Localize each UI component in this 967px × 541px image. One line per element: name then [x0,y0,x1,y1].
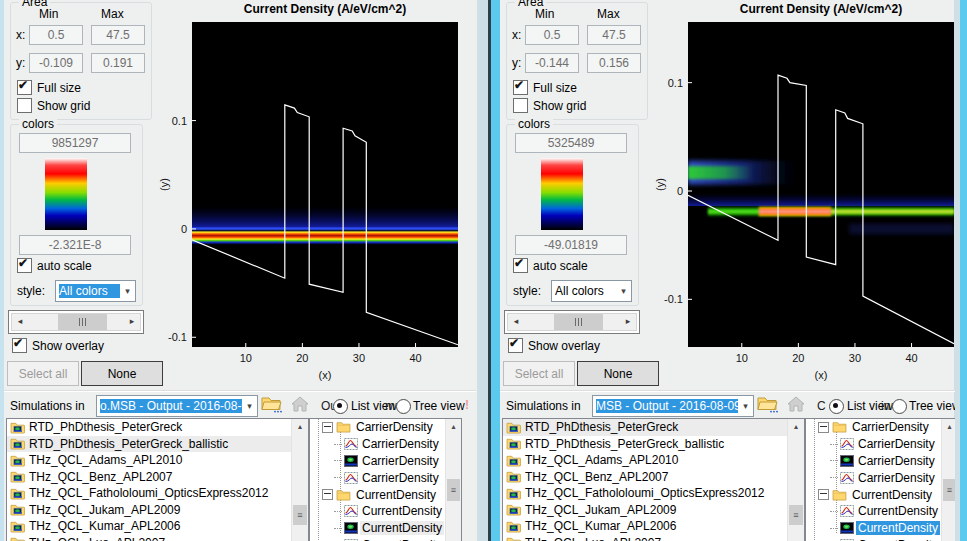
tree-view-label[interactable]: Tree view [909,399,955,413]
collapse-minus-box[interactable] [322,489,333,500]
list-item-label: THz_QCL_Kumar_APL2006 [29,519,180,533]
none-button[interactable]: None [81,361,163,386]
show-grid-checkbox[interactable]: Show grid [17,98,90,113]
list-item[interactable]: THz_QCL_Benz_APL2007 [503,469,787,486]
tree-folder[interactable]: CurrentDensity [310,486,445,503]
select-all-button[interactable]: Select all [7,361,79,386]
color-max-field[interactable]: 5325489 [515,133,627,153]
x-max-field[interactable]: 47.5 [587,25,641,45]
y-min-field[interactable]: -0.144 [525,53,579,73]
tree-view-radio[interactable] [892,399,907,414]
auto-scale-checkbox[interactable]: auto scale [513,258,588,273]
scroll-up-arrow[interactable]: ▴ [292,419,308,434]
tree-item[interactable]: CurrentDensity [806,520,941,537]
folder-icon [506,487,521,500]
x-max-field[interactable]: 47.5 [91,25,145,45]
list-item[interactable]: THz_QCL_Benz_APL2007 [7,469,291,486]
plot-canvas[interactable]: 0.10-0.110203040(y)(x) [654,18,955,393]
list-item[interactable]: THz_QCL_Luo_APL2007 [503,535,787,541]
simulations-combo[interactable]: MSB - Output - 2016-08-09 ▾ [592,395,754,417]
list-item[interactable]: RTD_PhDthesis_PeterGreck_ballistic [503,436,787,453]
collapse-minus-box[interactable] [322,422,333,433]
scroll-up-arrow[interactable]: ▴ [942,419,955,434]
none-button[interactable]: None [577,361,659,386]
y-max-field[interactable]: 0.156 [587,53,641,73]
list-item[interactable]: THz_QCL_Luo_APL2007 [7,535,291,541]
y-max-field[interactable]: 0.191 [91,53,145,73]
list-item[interactable]: RTD_PhDthesis_PeterGreck_ballistic [7,436,291,453]
tree-item[interactable]: CurrentDensity [806,503,941,520]
tree-folder[interactable]: CurrentDensity [806,486,941,503]
tree-item[interactable]: CarrierDensity [806,469,941,486]
auto-scale-checkbox[interactable]: auto scale [17,258,92,273]
list-item[interactable]: THz_QCL_Jukam_APL2009 [7,502,291,519]
full-size-checkbox[interactable]: Full size [513,80,577,95]
style-combo[interactable]: All colors ▾ [55,280,136,302]
x-min-field[interactable]: 0.5 [525,25,579,45]
tree-item[interactable]: CurrentDensity [310,503,445,520]
scrollbar-thumb[interactable] [554,314,603,330]
tree-item[interactable]: CarrierDensity [310,453,445,470]
scroll-left-arrow[interactable]: ◂ [12,314,28,330]
simulations-combo[interactable]: o.MSB - Output - 2016-08-09 ▾ [96,395,258,417]
scrollbar-thumb[interactable]: ≡ [789,505,803,525]
tree-folder[interactable]: CarrierDensity [310,419,445,436]
tree-branch-stub [334,528,342,529]
scrollbar-thumb[interactable]: ≡ [447,479,460,501]
tree-item[interactable]: CurrentDensity [806,537,941,541]
svg-text:0.1: 0.1 [172,115,187,127]
list-item[interactable]: THz_QCL_Kumar_APL2006 [7,518,291,535]
list-item[interactable]: THz_QCL_Adams_APL2010 [7,452,291,469]
folder-icon [10,421,25,434]
list-item[interactable]: THz_QCL_Adams_APL2010 [503,452,787,469]
scroll-up-arrow[interactable]: ▴ [446,419,461,434]
tree-item[interactable]: CarrierDensity [310,469,445,486]
home-icon[interactable] [291,396,309,412]
color-min-field[interactable]: -2.321E-8 [19,235,131,255]
checkbox-box [12,338,27,353]
full-size-checkbox[interactable]: Full size [17,80,81,95]
tree-item[interactable]: CarrierDensity [310,436,445,453]
list-view-radio[interactable] [333,399,348,414]
scroll-up-arrow[interactable]: ▴ [788,419,804,434]
color-max-field[interactable]: 9851297 [19,133,131,153]
tree-view-label[interactable]: Tree view [413,399,465,413]
x-min-field[interactable]: 0.5 [29,25,83,45]
collapse-minus-box[interactable] [818,422,829,433]
list-item[interactable]: THz_QCL_Fathololoumi_OpticsExpress2012 [7,485,291,502]
plot-canvas[interactable]: 0.10-0.110203040(y)(x) [158,18,476,393]
scrollbar-thumb[interactable]: ≡ [293,505,307,525]
panel-separator-strip [477,0,488,541]
tree-item[interactable]: CarrierDensity [806,436,941,453]
y-min-field[interactable]: -0.109 [29,53,83,73]
list-item[interactable]: RTD_PhDthesis_PeterGreck [503,419,787,436]
tree-item[interactable]: CurrentDensity [310,537,445,541]
select-all-button[interactable]: Select all [503,361,575,386]
folder-icon [10,520,25,533]
tree-view-radio[interactable] [396,399,411,414]
tree-folder[interactable]: CarrierDensity [806,419,941,436]
list-view-radio[interactable] [829,399,844,414]
output-tree: CarrierDensityCarrierDensityCarrierDensi… [309,418,462,541]
color-min-field[interactable]: -49.01819 [515,235,627,255]
show-grid-checkbox[interactable]: Show grid [513,98,586,113]
clipped-label-fragment: C [817,399,826,413]
active-window-accent-left [491,0,500,541]
list-item[interactable]: THz_QCL_Kumar_APL2006 [503,518,787,535]
show-overlay-checkbox[interactable]: Show overlay [12,338,104,353]
collapse-minus-box[interactable] [818,489,829,500]
scroll-left-arrow[interactable]: ◂ [508,314,524,330]
list-item[interactable]: THz_QCL_Jukam_APL2009 [503,502,787,519]
list-item[interactable]: RTD_PhDthesis_PeterGreck [7,419,291,436]
scrollbar-thumb[interactable]: ≡ [943,479,955,501]
style-combo[interactable]: All colors ▾ [551,280,632,302]
show-overlay-checkbox[interactable]: Show overlay [508,338,600,353]
tree-item[interactable]: CurrentDensity [310,520,445,537]
scroll-right-arrow[interactable]: ▸ [620,314,636,330]
application-window: { "chrome": { "accent_cyan": "#5cc9ee", … [0,0,967,541]
scrollbar-thumb[interactable] [58,314,107,330]
scroll-right-arrow[interactable]: ▸ [124,314,140,330]
home-icon[interactable] [787,396,805,412]
list-item[interactable]: THz_QCL_Fathololoumi_OpticsExpress2012 [503,485,787,502]
tree-item[interactable]: CarrierDensity [806,453,941,470]
